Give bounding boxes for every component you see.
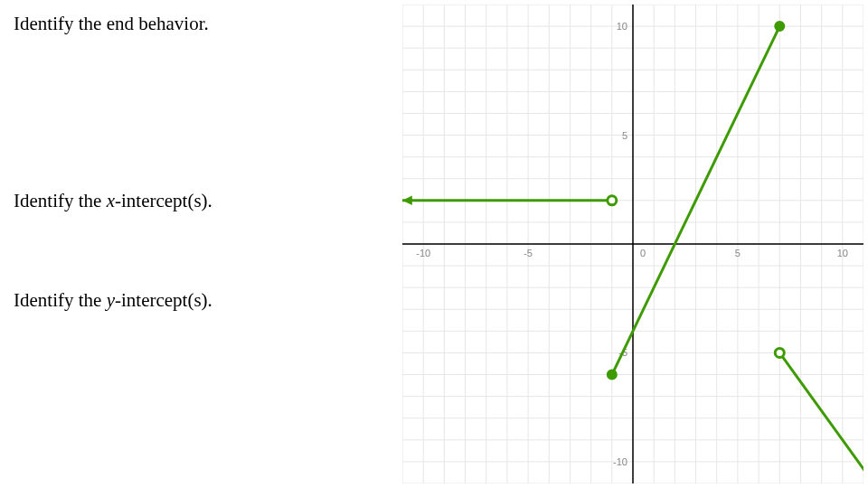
prompt-y-var: y	[107, 289, 115, 311]
svg-text:-5: -5	[524, 248, 533, 258]
axis-group	[402, 5, 863, 483]
svg-text:-10: -10	[416, 248, 430, 258]
prompt-end-behavior-text: Identify the end behavior.	[14, 13, 209, 34]
svg-marker-57	[402, 196, 412, 205]
prompt-x-pre: Identify the	[14, 190, 107, 211]
svg-point-60	[775, 22, 784, 31]
coordinate-plane-svg: -10-50510-10-5510	[402, 5, 863, 483]
svg-text:5: 5	[735, 248, 741, 258]
prompt-y-pre: Identify the	[14, 289, 107, 311]
prompt-end-behavior: Identify the end behavior.	[14, 13, 209, 35]
svg-text:10: 10	[617, 21, 627, 32]
svg-text:10: 10	[837, 248, 848, 258]
prompt-x-intercepts: Identify the x-intercept(s).	[14, 190, 212, 212]
svg-point-59	[608, 371, 617, 380]
page-root: Identify the end behavior. Identify the …	[0, 0, 868, 488]
prompt-y-intercepts: Identify the y-intercept(s).	[14, 289, 212, 312]
svg-text:-10: -10	[613, 456, 627, 467]
coordinate-plane: -10-50510-10-5510	[402, 5, 863, 483]
prompt-y-post: -intercept(s).	[115, 289, 212, 311]
svg-point-58	[608, 196, 617, 205]
prompt-x-post: -intercept(s).	[115, 190, 212, 211]
prompt-x-var: x	[107, 190, 115, 211]
svg-point-62	[775, 348, 784, 357]
svg-text:0: 0	[640, 248, 646, 258]
svg-text:5: 5	[622, 130, 627, 141]
